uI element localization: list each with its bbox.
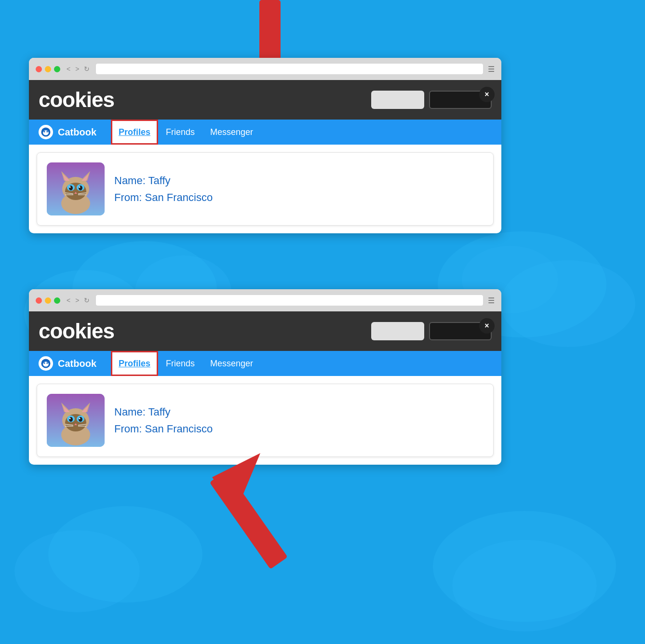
svg-point-29 xyxy=(46,362,48,364)
header-buttons-1 xyxy=(371,91,492,109)
profile-from-2: From: San Francisco xyxy=(114,420,213,437)
browser-menu-icon-2[interactable]: ☰ xyxy=(488,296,495,305)
catbook-icon-2 xyxy=(39,356,53,371)
svg-rect-49 xyxy=(210,470,288,569)
svg-point-18 xyxy=(79,186,82,190)
app-logo-1: cooKies xyxy=(39,88,114,112)
app-header-2: cooKies × xyxy=(29,311,501,351)
traffic-lights-1 xyxy=(36,66,60,72)
browser-window-2: < > ↻ ☰ cooKies × xyxy=(29,289,501,465)
profile-name-1: Name: Taffy xyxy=(114,172,213,189)
browser-window-1: < > ↻ ☰ cooKies × xyxy=(29,58,501,233)
svg-point-19 xyxy=(69,187,71,188)
nav-messenger-1[interactable]: Messenger xyxy=(202,120,261,145)
traffic-light-yellow-2[interactable] xyxy=(45,297,51,304)
from-label-1: From: xyxy=(114,191,142,203)
catbook-label-2: Catbook xyxy=(58,358,96,369)
nav-friends-2[interactable]: Friends xyxy=(158,351,202,376)
traffic-light-red-1[interactable] xyxy=(36,66,42,72)
nav-back-2[interactable]: < xyxy=(65,296,72,304)
from-label-2: From: xyxy=(114,423,142,435)
svg-point-43 xyxy=(79,418,81,419)
nav-messenger-2[interactable]: Messenger xyxy=(202,351,261,376)
browser-nav-1: < > ↻ xyxy=(65,65,91,73)
close-button-1[interactable]: × xyxy=(479,87,495,102)
svg-point-28 xyxy=(44,362,45,364)
svg-point-20 xyxy=(79,187,81,188)
svg-point-17 xyxy=(69,186,73,190)
header-btn-light-2[interactable] xyxy=(371,322,424,340)
profile-info-1: Name: Taffy From: San Francisco xyxy=(114,172,213,206)
name-value-1: Taffy xyxy=(148,174,171,187)
nav-profiles-2[interactable]: Profiles xyxy=(111,351,158,376)
profile-info-2: Name: Taffy From: San Francisco xyxy=(114,403,213,437)
nav-refresh-1[interactable]: ↻ xyxy=(82,65,91,73)
svg-point-5 xyxy=(44,131,45,133)
browser-nav-2: < > ↻ xyxy=(65,296,91,304)
address-bar-2[interactable] xyxy=(96,295,483,306)
cat-avatar-2 xyxy=(47,394,105,447)
catbook-label-1: Catbook xyxy=(58,127,96,138)
close-button-2[interactable]: × xyxy=(479,318,495,334)
app-header-1: cooKies × xyxy=(29,80,501,120)
app-nav-2: Catbook Profiles Friends Messenger xyxy=(29,351,501,376)
browser-menu-icon-1[interactable]: ☰ xyxy=(488,65,495,74)
nav-refresh-2[interactable]: ↻ xyxy=(82,296,91,304)
name-label-2: Name: xyxy=(114,406,146,418)
header-btn-light-1[interactable] xyxy=(371,91,424,109)
nav-site-logo-1: Catbook xyxy=(39,125,96,139)
nav-forward-1[interactable]: > xyxy=(74,65,81,73)
header-buttons-2 xyxy=(371,322,492,340)
traffic-light-green-2[interactable] xyxy=(54,297,60,304)
nav-profiles-1[interactable]: Profiles xyxy=(111,120,158,145)
profile-name-2: Name: Taffy xyxy=(114,403,213,420)
profile-card-1: Name: Taffy From: San Francisco xyxy=(37,152,494,226)
traffic-light-red-2[interactable] xyxy=(36,297,42,304)
svg-point-40 xyxy=(69,417,73,422)
app-nav-1: Catbook Profiles Friends Messenger xyxy=(29,120,501,145)
address-bar-1[interactable] xyxy=(96,64,483,74)
profile-card-2: Name: Taffy From: San Francisco xyxy=(37,384,494,457)
browser-chrome-2: < > ↻ ☰ xyxy=(29,289,501,311)
nav-site-logo-2: Catbook xyxy=(39,356,96,371)
from-value-1: San Francisco xyxy=(145,191,213,203)
name-label-1: Name: xyxy=(114,174,146,187)
nav-friends-1[interactable]: Friends xyxy=(158,120,202,145)
name-value-2: Taffy xyxy=(148,406,171,418)
traffic-light-green-1[interactable] xyxy=(54,66,60,72)
cat-avatar-1 xyxy=(47,162,105,215)
svg-point-41 xyxy=(79,417,82,422)
nav-back-1[interactable]: < xyxy=(65,65,72,73)
svg-point-42 xyxy=(69,418,71,419)
traffic-light-yellow-1[interactable] xyxy=(45,66,51,72)
from-value-2: San Francisco xyxy=(145,423,213,435)
traffic-lights-2 xyxy=(36,297,60,304)
svg-point-4 xyxy=(43,130,49,135)
profile-from-1: From: San Francisco xyxy=(114,189,213,206)
svg-point-6 xyxy=(46,131,48,133)
browser-chrome-1: < > ↻ ☰ xyxy=(29,58,501,80)
nav-forward-2[interactable]: > xyxy=(74,296,81,304)
app-logo-2: cooKies xyxy=(39,319,114,343)
svg-point-27 xyxy=(43,362,49,366)
catbook-icon-1 xyxy=(39,125,53,139)
